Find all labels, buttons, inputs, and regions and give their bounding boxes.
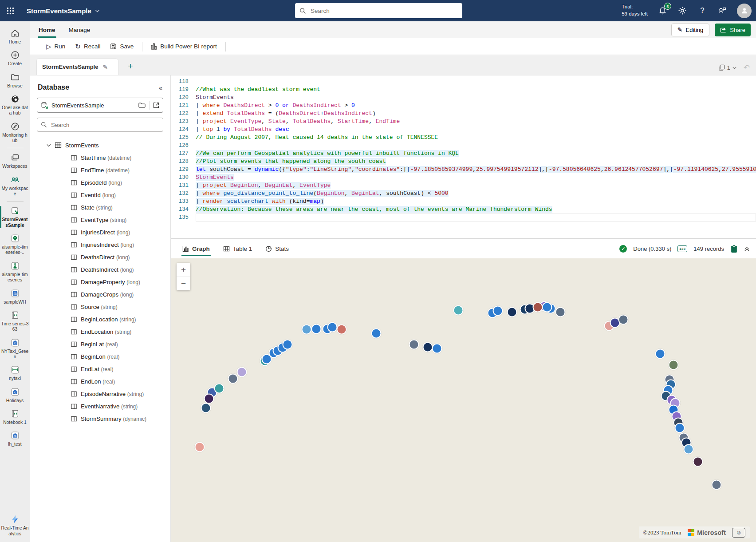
tree-column-deathsindirect[interactable]: DeathsIndirect (long) — [30, 263, 170, 276]
code-line-135[interactable]: 135 — [171, 214, 756, 222]
build-powerbi-report-button[interactable]: Build Power BI report — [146, 41, 222, 52]
rename-tab-icon[interactable]: ✎ — [102, 63, 108, 71]
global-search-input[interactable] — [310, 7, 458, 15]
map-data-point[interactable] — [311, 324, 322, 334]
workspace-switcher[interactable]: StormEventsSample — [27, 7, 100, 15]
notifications-button[interactable]: 5 — [657, 5, 668, 16]
code-line-120[interactable]: 120StormEvents — [171, 94, 756, 102]
code-line-131[interactable]: 131| project BeginLon, BeginLat, EventTy… — [171, 182, 756, 190]
rail-item-nytaxi[interactable]: nytaxi — [0, 362, 30, 384]
map-data-point[interactable] — [493, 306, 503, 316]
scatter-map[interactable]: + − ©2023 TomTom Microsoft ☺ — [171, 258, 756, 542]
rail-item-aisample-timeseries[interactable]: aisample-timeseries — [0, 258, 30, 286]
rail-item-my-workspace[interactable]: My workspace — [0, 172, 30, 200]
map-data-point[interactable] — [432, 344, 442, 354]
map-data-point[interactable] — [371, 328, 382, 339]
tree-column-endlon[interactable]: EndLon (real) — [30, 375, 170, 388]
save-button[interactable]: Save — [105, 41, 138, 52]
tree-column-injuriesdirect[interactable]: InjuriesDirect (long) — [30, 226, 170, 238]
share-button[interactable]: Share — [715, 24, 751, 36]
map-data-point[interactable] — [195, 442, 205, 452]
tree-column-endlocation[interactable]: EndLocation (string) — [30, 325, 170, 338]
tree-column-state[interactable]: State (string) — [30, 201, 170, 214]
rail-item-lh-test[interactable]: lh_test — [0, 428, 30, 450]
code-line-132[interactable]: 132| where geo_distance_point_to_line(Be… — [171, 190, 756, 198]
tree-column-eventnarrative[interactable]: EventNarrative (string) — [30, 400, 170, 412]
rail-item-create[interactable]: Create — [0, 47, 30, 69]
code-line-118[interactable]: 118 — [171, 78, 756, 86]
folder-icon[interactable] — [138, 102, 146, 108]
tree-column-injuriesindirect[interactable]: InjuriesIndirect (long) — [30, 238, 170, 251]
map-data-point[interactable] — [693, 457, 703, 467]
code-line-130[interactable]: 130StormEvents — [171, 174, 756, 182]
schema-search-input[interactable] — [50, 121, 159, 129]
undo-button[interactable]: ↶ — [744, 63, 750, 72]
tree-column-deathsdirect[interactable]: DeathsDirect (long) — [30, 251, 170, 263]
map-data-point[interactable] — [675, 423, 685, 433]
global-search-box[interactable] — [295, 3, 462, 18]
tree-column-damagecrops[interactable]: DamageCrops (long) — [30, 288, 170, 301]
tree-column-eventid[interactable]: EventId (long) — [30, 189, 170, 201]
account-avatar[interactable] — [737, 4, 752, 18]
map-data-point[interactable] — [533, 302, 543, 313]
rail-item-time-series-363[interactable]: Time series-363 — [0, 308, 30, 335]
tree-column-starttime[interactable]: StartTime (datetime) — [30, 151, 170, 164]
map-data-point[interactable] — [204, 394, 214, 404]
schema-search-box[interactable] — [37, 118, 163, 132]
rail-item-aisample-timeseries[interactable]: aisample-timeseries-.. — [0, 231, 30, 258]
map-data-point[interactable] — [453, 305, 464, 316]
rail-item-onelake-data-hub[interactable]: OneLake data hub — [0, 91, 30, 119]
tree-column-eventtype[interactable]: EventType (string) — [30, 214, 170, 226]
tab-count-dropdown[interactable]: 1 — [718, 64, 736, 71]
rail-item-nytaxi-green[interactable]: NYTaxi_Green — [0, 335, 30, 363]
app-launcher-icon[interactable] — [0, 0, 20, 21]
map-data-point[interactable] — [214, 384, 224, 394]
map-feedback-button[interactable]: ☺ — [732, 528, 745, 538]
results-tab-graph[interactable]: Graph — [182, 239, 210, 258]
editing-mode-button[interactable]: ✎ Editing — [671, 24, 709, 36]
code-line-122[interactable]: 122| extend TotalDeaths = (DeathsDirect+… — [171, 110, 756, 118]
rail-item-browse[interactable]: Browse — [0, 70, 30, 91]
database-selector[interactable]: StormEventsSample — [37, 98, 163, 113]
rail-item-home[interactable]: Home — [0, 26, 30, 47]
code-line-125[interactable]: 125// During August 2007, Heat caused 14… — [171, 134, 756, 142]
rail-item-samplewh[interactable]: sampleWH — [0, 286, 30, 308]
map-data-point[interactable] — [542, 302, 552, 313]
help-button[interactable]: ? — [697, 5, 708, 16]
map-data-point[interactable] — [283, 340, 293, 350]
tree-column-damageproperty[interactable]: DamageProperty (long) — [30, 276, 170, 288]
rail-item-notebook-1[interactable]: Notebook 1 — [0, 406, 30, 428]
map-data-point[interactable] — [237, 367, 247, 377]
map-data-point[interactable] — [669, 360, 679, 370]
kql-editor[interactable]: 118119//What was the deadliest storm eve… — [171, 75, 756, 238]
collapse-panel-icon[interactable]: « — [159, 84, 162, 91]
code-line-119[interactable]: 119//What was the deadliest storm event — [171, 86, 756, 94]
code-line-126[interactable]: 126 — [171, 142, 756, 150]
collapse-results-icon[interactable] — [744, 246, 750, 252]
tree-column-source[interactable]: Source (string) — [30, 301, 170, 313]
map-data-point[interactable] — [684, 444, 694, 455]
tree-column-endtime[interactable]: EndTime (datetime) — [30, 164, 170, 176]
settings-button[interactable] — [677, 5, 688, 16]
zoom-in-button[interactable]: + — [177, 263, 190, 277]
clipboard-icon[interactable] — [730, 245, 738, 253]
code-line-128[interactable]: 128//Plot storm events that happened alo… — [171, 158, 756, 166]
code-line-129[interactable]: 129let southCoast = dynamic({"type":"Lin… — [171, 166, 756, 174]
code-line-134[interactable]: 134//Observation: Because these areas ar… — [171, 206, 756, 214]
map-data-point[interactable] — [423, 342, 433, 352]
map-data-point[interactable] — [555, 307, 566, 317]
feedback-button[interactable] — [717, 5, 728, 16]
code-line-133[interactable]: 133| render scatterchart with (kind=map) — [171, 198, 756, 206]
code-line-127[interactable]: 127//We can perform Geospatial analytics… — [171, 150, 756, 158]
map-data-point[interactable] — [712, 480, 722, 490]
tree-column-episodenarrative[interactable]: EpisodeNarrative (string) — [30, 388, 170, 400]
rail-item-real-time-analytics[interactable]: Real-Time Analytics — [0, 512, 30, 539]
tab-home[interactable]: Home — [38, 25, 56, 35]
tree-column-beginlocation[interactable]: BeginLocation (string) — [30, 313, 170, 325]
zoom-out-button[interactable]: − — [177, 277, 190, 290]
map-data-point[interactable] — [337, 324, 347, 335]
rail-item-workspaces[interactable]: Workspaces — [0, 150, 30, 172]
results-tab-stats[interactable]: Stats — [265, 239, 289, 258]
map-data-point[interactable] — [327, 322, 338, 332]
code-line-124[interactable]: 124| top 1 by TotalDeaths desc — [171, 126, 756, 134]
